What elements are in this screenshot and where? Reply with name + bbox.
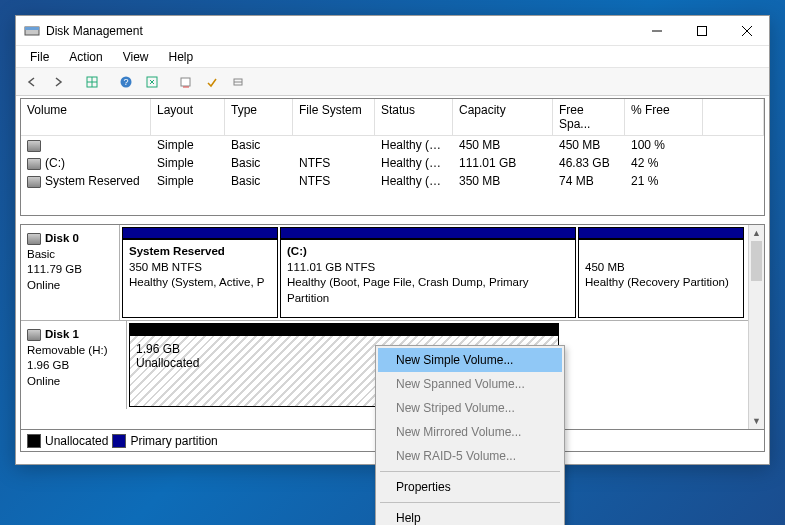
cell: 450 MB [553, 136, 625, 154]
scroll-thumb[interactable] [751, 241, 762, 281]
disk-size: 1.96 GB [27, 359, 69, 371]
cell: Basic [225, 154, 293, 172]
close-button[interactable] [724, 16, 769, 45]
context-menu-item: New Striped Volume... [378, 396, 562, 420]
column-header[interactable]: Free Spa... [553, 99, 625, 135]
scroll-down-button[interactable]: ▼ [749, 413, 764, 429]
minimize-button[interactable] [634, 16, 679, 45]
cell: (C:) [21, 154, 151, 172]
disk-partitions-0: System Reserved350 MB NTFSHealthy (Syste… [120, 225, 748, 320]
disk-type: Removable (H:) [27, 344, 108, 356]
unalloc-label: Unallocated [136, 356, 199, 370]
cell [21, 136, 151, 154]
context-menu-item: New RAID-5 Volume... [378, 444, 562, 468]
toolbar-icon-2[interactable] [174, 71, 198, 93]
volume-row[interactable]: SimpleBasicHealthy (R...450 MB450 MB100 … [21, 136, 764, 154]
cell: Healthy (R... [375, 136, 453, 154]
context-menu-item[interactable]: Help [378, 506, 562, 525]
menubar: File Action View Help [16, 46, 769, 68]
menu-separator [380, 502, 560, 503]
cell: 111.01 GB [453, 154, 553, 172]
context-menu-item: New Mirrored Volume... [378, 420, 562, 444]
cell: Simple [151, 154, 225, 172]
unallocated-header [129, 323, 559, 335]
disk-status: Online [27, 279, 60, 291]
disk-name: Disk 1 [45, 328, 79, 340]
toolbar: ? [16, 68, 769, 96]
vertical-scrollbar[interactable]: ▲ ▼ [748, 225, 764, 429]
column-header[interactable]: Capacity [453, 99, 553, 135]
column-header[interactable]: Layout [151, 99, 225, 135]
cell: 350 MB [453, 172, 553, 190]
unalloc-size: 1.96 GB [136, 342, 180, 356]
svg-text:?: ? [123, 77, 128, 87]
legend-label-unallocated: Unallocated [45, 434, 108, 448]
partition[interactable]: 450 MBHealthy (Recovery Partition) [578, 239, 744, 318]
cell: NTFS [293, 172, 375, 190]
cell: NTFS [293, 154, 375, 172]
forward-button[interactable] [46, 71, 70, 93]
volume-list[interactable]: VolumeLayoutTypeFile SystemStatusCapacit… [20, 98, 765, 216]
window-controls [634, 16, 769, 45]
disk-row-0: Disk 0 Basic 111.79 GB Online System Res… [21, 225, 748, 321]
scroll-up-button[interactable]: ▲ [749, 225, 764, 241]
disk-icon [27, 329, 41, 341]
disk-name: Disk 0 [45, 232, 79, 244]
legend-swatch-primary [112, 434, 126, 448]
column-header[interactable]: Status [375, 99, 453, 135]
app-icon [24, 23, 40, 39]
scroll-track[interactable] [749, 281, 764, 413]
toolbar-icon-3[interactable] [200, 71, 224, 93]
titlebar[interactable]: Disk Management [16, 16, 769, 46]
legend-swatch-unallocated [27, 434, 41, 448]
disk-size: 111.79 GB [27, 263, 82, 275]
context-menu-item[interactable]: New Simple Volume... [378, 348, 562, 372]
window-title: Disk Management [46, 24, 634, 38]
column-header[interactable]: Type [225, 99, 293, 135]
refresh-button[interactable] [140, 71, 164, 93]
disk-info-0[interactable]: Disk 0 Basic 111.79 GB Online [21, 225, 120, 320]
disk-info-1[interactable]: Disk 1 Removable (H:) 1.96 GB Online [21, 321, 127, 409]
cell: 100 % [625, 136, 703, 154]
svg-rect-3 [697, 26, 706, 35]
svg-rect-1 [25, 27, 39, 30]
context-menu-item[interactable]: Properties [378, 475, 562, 499]
disk-icon [27, 233, 41, 245]
menu-separator [380, 471, 560, 472]
cell: Simple [151, 136, 225, 154]
partition[interactable]: System Reserved350 MB NTFSHealthy (Syste… [122, 239, 278, 318]
cell: Simple [151, 172, 225, 190]
toolbar-icon-4[interactable] [226, 71, 250, 93]
cell: Healthy (S... [375, 172, 453, 190]
cell: Basic [225, 136, 293, 154]
cell: 74 MB [553, 172, 625, 190]
menu-file[interactable]: File [20, 48, 59, 66]
cell: Basic [225, 172, 293, 190]
cell: Healthy (B... [375, 154, 453, 172]
back-button[interactable] [20, 71, 44, 93]
volume-row[interactable]: System ReservedSimpleBasicNTFSHealthy (S… [21, 172, 764, 190]
disk-type: Basic [27, 248, 55, 260]
context-menu-item: New Spanned Volume... [378, 372, 562, 396]
column-header[interactable]: Volume [21, 99, 151, 135]
menu-action[interactable]: Action [59, 48, 112, 66]
context-menu: New Simple Volume...New Spanned Volume..… [375, 345, 565, 525]
volume-list-header: VolumeLayoutTypeFile SystemStatusCapacit… [21, 99, 764, 136]
help-button[interactable]: ? [114, 71, 138, 93]
cell: 46.83 GB [553, 154, 625, 172]
disk-status: Online [27, 375, 60, 387]
toolbar-icon-1[interactable] [80, 71, 104, 93]
menu-help[interactable]: Help [159, 48, 204, 66]
cell: 450 MB [453, 136, 553, 154]
column-header[interactable]: % Free [625, 99, 703, 135]
maximize-button[interactable] [679, 16, 724, 45]
menu-view[interactable]: View [113, 48, 159, 66]
partition[interactable]: (C:)111.01 GB NTFSHealthy (Boot, Page Fi… [280, 239, 576, 318]
volume-row[interactable]: (C:)SimpleBasicNTFSHealthy (B...111.01 G… [21, 154, 764, 172]
svg-rect-12 [181, 78, 190, 86]
cell: 42 % [625, 154, 703, 172]
cell [293, 136, 375, 154]
legend-label-primary: Primary partition [130, 434, 217, 448]
column-header[interactable]: File System [293, 99, 375, 135]
cell: System Reserved [21, 172, 151, 190]
